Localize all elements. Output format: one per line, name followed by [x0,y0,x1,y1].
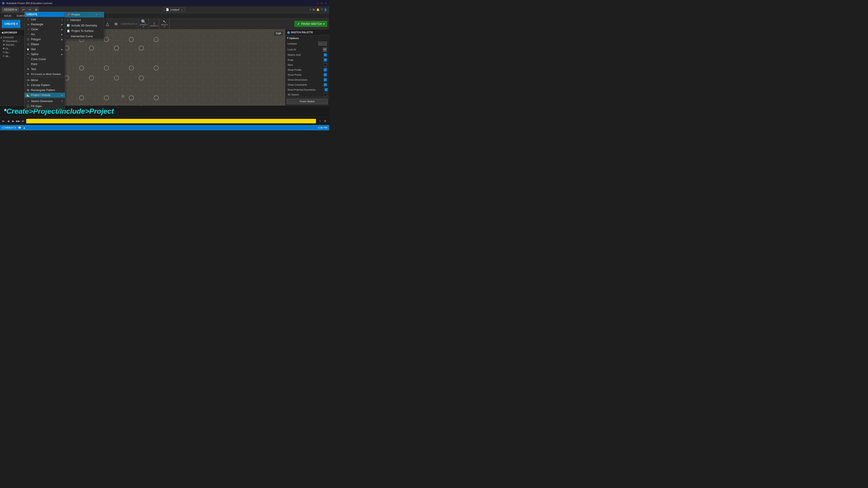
inspect-btn[interactable]: 🔍 INSPECT ▾ [139,19,148,29]
include3d-label: Include 3D Geometry [71,24,97,27]
browser-item-doc[interactable]: ⚙ Document... [0,39,25,43]
settings-icon[interactable]: ⚙ [312,8,315,11]
menu-item-fill-gaps[interactable]: ⬛ Fill Gaps [25,104,65,109]
browser-item-origin[interactable]: ⊕ Or... [0,46,25,51]
browser-item-sketches[interactable]: ✏ Sk... [0,54,25,58]
menu-item-sketch-dim[interactable]: ↔ Sketch Dimension D [25,99,65,104]
help-icon[interactable]: ? [321,8,322,11]
timeline-to-start-btn[interactable]: ⏮ [1,119,5,123]
timeline-next-btn[interactable]: ▶▶ [16,119,20,123]
menu-solid[interactable]: SOLID [2,14,14,18]
maximize-btn[interactable]: □ [320,2,323,5]
menu-sep-2 [25,98,65,98]
ellipse-menu-icon: ⬭ [26,43,30,46]
circle-menu-label: Circle [31,28,38,31]
snap-checkbox[interactable] [324,58,327,61]
sketch-circle [79,66,84,70]
document-tab[interactable]: 📄 Untitled* × [163,7,185,12]
menu-item-point[interactable]: · Point [25,62,65,67]
create-dropdown-btn[interactable]: CREATE ▾ [2,20,20,28]
comments-expand[interactable]: ▲ [23,126,26,129]
menu-item-project-include[interactable]: 📐 Project / Include ▶ [25,93,65,98]
menu-item-arc[interactable]: ◜ Arc ▶ [25,32,65,37]
showpoints-label: Show Points [287,73,301,76]
showconstraints-checkbox[interactable] [324,83,327,86]
constraints-label: CONSTRAINTS ▾ [120,23,137,25]
sketchgrid-checkbox[interactable] [324,53,327,57]
constraint-fix-btn[interactable]: ⊛ [112,19,120,29]
doc-close[interactable]: × [181,8,182,11]
menu-item-fitcurves[interactable]: ≋ Fit Curves to Mesh Section [25,72,65,76]
redo-btn[interactable]: ↪ [27,7,33,12]
grid-btn[interactable]: ⊞ [33,7,39,12]
new-tab-icon[interactable]: + [309,8,311,11]
finish-sketch-palette-btn[interactable]: Finish Sketch [287,99,328,104]
timeline-settings-btn[interactable]: ⚙ [323,119,327,123]
select-btn[interactable]: ↖ SELECT ▾ [160,19,168,29]
finish-sketch-btn[interactable]: ✓ FINISH SKETCH ▾ [294,21,327,27]
slice-checkbox[interactable] [324,63,327,66]
menu-item-mirror[interactable]: ⊣⊢ Mirror [25,78,65,83]
timeline-right-controls: + ⚙ [317,119,328,123]
menu-item-rect-pattern[interactable]: ⊞ Rectangular Pattern [25,88,65,93]
inspect-label: INSPECT ▾ [140,24,148,28]
showprofile-checkbox[interactable] [324,68,327,71]
palette-linetype-row: Linetype — - - [285,41,329,46]
linetype-solid-btn[interactable]: — [318,41,322,46]
showprojected-checkbox[interactable] [324,88,328,91]
close-btn[interactable]: × [324,2,327,5]
fitcurves-menu-label: Fit Curves to Mesh Section [31,73,61,75]
browser-item-bodies[interactable]: ◻ Bo... [0,51,25,54]
menu-item-spline[interactable]: 〜 Spline ▶ [25,52,65,57]
sketch-circle [129,37,134,42]
browser-collapse-icon[interactable]: ◀ [1,31,3,34]
create-menu-title: CREATE [26,13,37,16]
timeline-marker[interactable] [26,119,316,123]
browser-item-unsaved[interactable]: ▶ (Unsaved) [0,36,25,39]
constraint-horiz-btn[interactable]: △ [103,19,112,29]
include3d-icon: 🧊 [67,24,70,27]
circle-arrow: ▶ [61,28,63,31]
user-icon[interactable]: 👤 [324,8,327,11]
browser-item-named[interactable]: 👁 Named... [0,43,25,46]
submenu-item-project-to-surface[interactable]: 📋 Project To Surface [65,28,104,34]
palette-options-header[interactable]: ▾ Options [285,35,329,41]
3dsketch-checkbox[interactable] [324,93,327,96]
minimize-btn[interactable]: ─ [316,2,319,5]
project-to-surface-label: Project To Surface [71,29,94,33]
menu-item-circle[interactable]: ○ Circle ▶ [25,27,65,32]
project-to-surface-icon: 📋 [67,29,70,33]
menu-item-polygon[interactable]: ⬡ Polygon ▶ [25,37,65,42]
project-include-arrow: ▶ [61,94,63,96]
linetype-dashed-btn[interactable]: - - [323,41,327,46]
menu-item-slot[interactable]: ⬮ Slot ▶ [25,47,65,52]
timeline-add-btn[interactable]: + [318,119,322,123]
insert-btn[interactable]: ↓ INSERT ▾ [150,19,158,29]
submenu-item-intersection-curve[interactable]: 〰 Intersection Curve [65,34,104,39]
notify-icon[interactable]: 🔔 [316,8,320,11]
rect-arrow: ▶ [61,23,63,26]
fill-gaps-menu-label: Fill Gaps [31,105,41,108]
menu-item-conic[interactable]: ⌒ Conic Curve [25,57,65,62]
showdimensions-checkbox[interactable] [324,78,327,81]
timeline-play-btn[interactable]: ▶ [11,119,16,123]
submenu-item-project[interactable]: 📌 Project P ⋯ [65,12,104,18]
menu-item-ellipse[interactable]: ⬭ Ellipse [25,42,65,47]
menu-item-text[interactable]: A Text [25,67,65,72]
showpoints-checkbox[interactable] [324,73,327,76]
lookat-btn[interactable]: 📷 [323,47,327,52]
menu-item-circular-pattern[interactable]: ↻ Circular Pattern [25,83,65,88]
undo-btn[interactable]: ↩ [21,7,26,12]
submenu-item-include3d[interactable]: 🧊 Include 3D Geometry [65,23,104,28]
timeline-track[interactable] [26,119,316,123]
timeline-prev-btn[interactable]: ◀ [6,119,10,123]
timeline-to-end-btn[interactable]: ⏭ [21,119,25,123]
menu-item-line[interactable]: / Line L [25,17,65,22]
sketch-circle [154,66,159,70]
conic-menu-icon: ⌒ [26,58,30,61]
palette-lookat-row: Look At 📷 [285,46,329,53]
design-dropdown[interactable]: DESIGN ▾ [2,7,19,12]
menu-item-rectangle[interactable]: ▭ Rectangle ▶ [25,22,65,27]
design-arrow: ▾ [16,8,17,11]
submenu-item-intersect[interactable]: ✂ Intersect [65,18,104,23]
